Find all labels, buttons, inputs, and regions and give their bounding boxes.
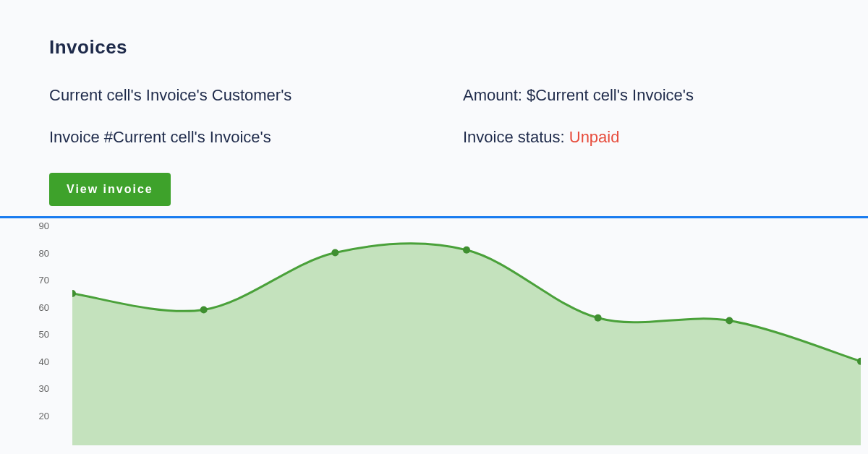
chart-svg (72, 218, 861, 445)
chart-area (72, 244, 861, 445)
chart-point (595, 314, 602, 322)
chart-container: 9080706050403020 (0, 218, 868, 445)
status-label: Invoice status: (463, 128, 569, 146)
status-value: Unpaid (569, 128, 620, 146)
chart-plot (72, 218, 861, 445)
y-tick: 60 (32, 301, 49, 312)
invoice-panel: Invoices Current cell's Invoice's Custom… (0, 0, 868, 206)
details-right-column: Amount: $Current cell's Invoice's Invoic… (463, 86, 819, 206)
details-left-column: Current cell's Invoice's Customer's Invo… (49, 86, 405, 206)
y-tick: 90 (32, 220, 49, 231)
y-tick: 50 (32, 329, 49, 340)
customer-label: Current cell's Invoice's Customer's (49, 86, 405, 105)
y-tick: 30 (32, 383, 49, 394)
y-tick: 70 (32, 275, 49, 286)
chart-point (200, 306, 208, 313)
y-tick: 80 (32, 247, 49, 258)
y-tick: 40 (32, 356, 49, 367)
chart-point (463, 247, 470, 254)
page-title: Invoices (49, 36, 819, 59)
view-invoice-button[interactable]: View invoice (49, 173, 171, 206)
invoice-details: Current cell's Invoice's Customer's Invo… (49, 86, 819, 206)
status-line: Invoice status: Unpaid (463, 128, 819, 147)
y-tick: 20 (32, 411, 49, 421)
invoice-number-label: Invoice #Current cell's Invoice's (49, 128, 405, 147)
amount-label: Amount: $Current cell's Invoice's (463, 86, 819, 105)
chart-point (726, 317, 733, 325)
chart-point (331, 249, 339, 257)
